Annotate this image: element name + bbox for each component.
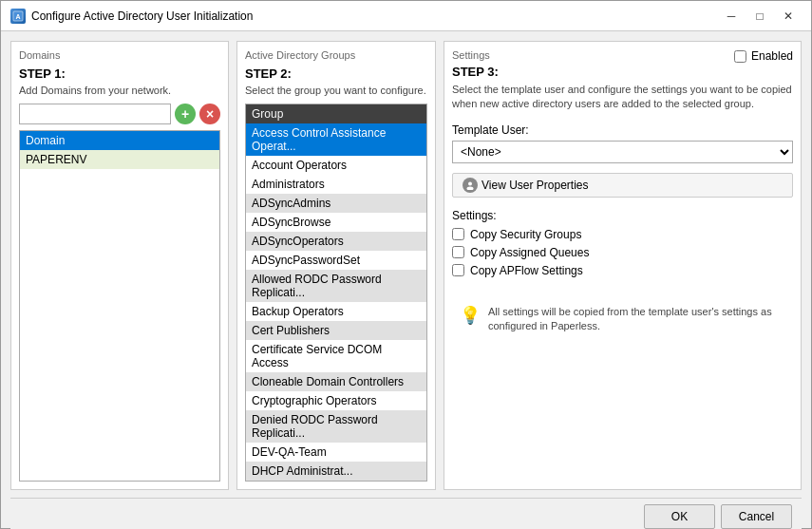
window-title: Configure Active Directory User Initiali… xyxy=(31,9,253,23)
template-user-label: Template User: xyxy=(452,123,793,137)
group-item[interactable]: Certificate Service DCOM Access xyxy=(246,340,426,372)
settings-step-desc: Select the template user and configure t… xyxy=(452,83,793,112)
settings-section-label: Settings: xyxy=(452,209,793,222)
groups-list[interactable]: Group Access Control Assistance Operat..… xyxy=(245,104,427,482)
group-item[interactable]: Cert Publishers xyxy=(246,321,426,340)
group-item[interactable]: ADSyncAdmins xyxy=(246,194,426,213)
groups-step-label: STEP 2: xyxy=(245,66,427,81)
group-item[interactable]: DEV-QA-Team xyxy=(246,443,426,462)
copy-security-groups-row: Copy Security Groups xyxy=(452,228,793,241)
title-bar: A Configure Active Directory User Initia… xyxy=(1,1,811,31)
group-item[interactable]: Access Control Assistance Operat... xyxy=(246,123,426,156)
group-item[interactable]: Cloneable Domain Controllers xyxy=(246,372,426,391)
svg-point-2 xyxy=(468,181,472,185)
copy-apflow-settings-label: Copy APFlow Settings xyxy=(470,264,583,277)
copy-security-groups-checkbox[interactable] xyxy=(452,228,464,240)
svg-point-3 xyxy=(467,186,474,190)
domains-step-desc: Add Domains from your network. xyxy=(19,85,220,96)
enabled-label: Enabled xyxy=(751,49,793,63)
minimize-button[interactable]: ─ xyxy=(718,7,745,26)
ok-button[interactable]: OK xyxy=(644,504,715,529)
domains-step-label: STEP 1: xyxy=(19,66,220,81)
group-item[interactable]: Allowed RODC Password Replicati... xyxy=(246,270,426,302)
cancel-button[interactable]: Cancel xyxy=(721,504,792,529)
bottom-bar: OK Cancel xyxy=(10,498,802,529)
domains-list[interactable]: Domain PAPERENV xyxy=(19,130,220,482)
template-user-combo-wrapper: <None> xyxy=(452,141,793,163)
group-item[interactable]: DHCP Administrat... xyxy=(246,462,426,481)
list-item[interactable]: Domain xyxy=(20,131,219,150)
info-icon: 💡 xyxy=(460,307,481,324)
main-window: A Configure Active Directory User Initia… xyxy=(0,0,812,529)
copy-apflow-settings-checkbox[interactable] xyxy=(452,264,464,276)
copy-apflow-settings-row: Copy APFlow Settings xyxy=(452,264,793,277)
app-icon: A xyxy=(10,9,26,24)
settings-panel: Settings Enabled STEP 3: Select the temp… xyxy=(444,41,802,490)
panels-container: Domains STEP 1: Add Domains from your ne… xyxy=(10,41,802,490)
svg-text:A: A xyxy=(15,13,20,20)
user-icon xyxy=(463,178,478,193)
group-item[interactable]: Denied RODC Password Replicati... xyxy=(246,410,426,443)
content-area: Domains STEP 1: Add Domains from your ne… xyxy=(1,31,811,529)
copy-assigned-queues-label: Copy Assigned Queues xyxy=(470,246,589,259)
copy-assigned-queues-row: Copy Assigned Queues xyxy=(452,246,793,259)
template-user-row: <None> xyxy=(452,141,793,163)
groups-panel-header: Active Directory Groups xyxy=(245,49,427,61)
groups-step-desc: Select the group you want to configure. xyxy=(245,85,427,96)
remove-domain-button[interactable]: × xyxy=(199,104,220,124)
enabled-checkbox[interactable] xyxy=(734,50,746,63)
group-item[interactable]: ADSyncOperators xyxy=(246,232,426,251)
domains-input-row: + × xyxy=(19,104,220,124)
view-user-properties-label: View User Properties xyxy=(482,179,589,192)
title-bar-left: A Configure Active Directory User Initia… xyxy=(10,9,253,24)
groups-panel: Active Directory Groups STEP 2: Select t… xyxy=(236,41,436,490)
group-item[interactable]: Backup Operators xyxy=(246,302,426,321)
view-user-properties-button[interactable]: View User Properties xyxy=(452,173,793,198)
domains-panel: Domains STEP 1: Add Domains from your ne… xyxy=(10,41,229,490)
close-button[interactable]: ✕ xyxy=(775,7,802,26)
domains-panel-header: Domains xyxy=(19,49,220,61)
template-user-select[interactable]: <None> xyxy=(452,141,793,163)
enabled-row: Enabled xyxy=(734,49,793,63)
maximize-button[interactable]: □ xyxy=(746,7,773,26)
groups-column-header: Group xyxy=(246,104,426,123)
domain-input[interactable] xyxy=(19,104,171,124)
copy-assigned-queues-checkbox[interactable] xyxy=(452,246,464,258)
group-item[interactable]: Account Operators xyxy=(246,156,426,175)
settings-step-label: STEP 3: xyxy=(452,65,793,79)
group-item[interactable]: ADSyncPasswordSet xyxy=(246,251,426,270)
group-item[interactable]: Cryptographic Operators xyxy=(246,391,426,410)
add-domain-button[interactable]: + xyxy=(175,104,196,124)
group-item[interactable]: Administrators xyxy=(246,175,426,194)
settings-panel-header: Settings xyxy=(452,49,490,61)
copy-security-groups-label: Copy Security Groups xyxy=(470,228,581,241)
info-box: 💡 All settings will be copied from the t… xyxy=(452,297,793,342)
title-controls: ─ □ ✕ xyxy=(718,7,802,26)
group-item[interactable]: ADSyncBrowse xyxy=(246,213,426,232)
list-item[interactable]: PAPERENV xyxy=(20,150,219,169)
info-text: All settings will be copied from the tem… xyxy=(488,305,785,334)
